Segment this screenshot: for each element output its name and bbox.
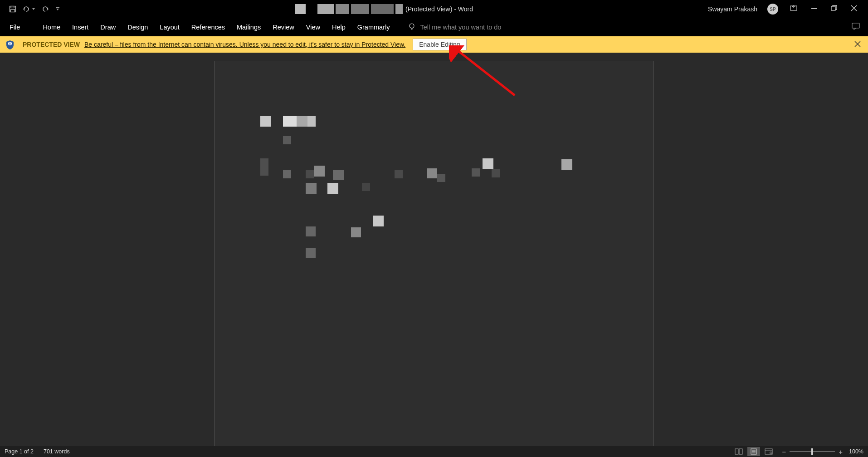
zoom-out-icon[interactable]: − (782, 448, 786, 456)
redo-icon[interactable] (42, 6, 49, 12)
save-icon[interactable] (9, 5, 16, 13)
tab-review[interactable]: Review (267, 18, 300, 36)
shield-icon (5, 40, 15, 49)
title-bar: (Protected View) - Word Swayam Prakash S… (0, 0, 868, 18)
page-indicator[interactable]: Page 1 of 2 (5, 448, 34, 455)
enable-editing-button[interactable]: Enable Editing (413, 39, 466, 50)
svg-point-11 (10, 44, 10, 45)
undo-icon[interactable] (23, 6, 35, 12)
tab-mailings[interactable]: Mailings (231, 18, 267, 36)
svg-rect-6 (831, 6, 835, 10)
document-page (215, 61, 653, 446)
avatar[interactable]: SP (767, 4, 778, 15)
qat-customize-icon[interactable] (55, 7, 60, 11)
maximize-icon[interactable] (829, 3, 839, 15)
svg-rect-2 (11, 10, 15, 12)
window-title: (Protected View) - Word (60, 4, 708, 14)
zoom-level[interactable]: 100% (849, 448, 863, 455)
tab-layout[interactable]: Layout (154, 18, 185, 36)
svg-point-7 (410, 24, 414, 28)
document-canvas[interactable] (0, 53, 868, 446)
tell-me-search[interactable]: Tell me what you want to do (408, 22, 864, 33)
quick-access-toolbar (9, 5, 60, 13)
tab-references[interactable]: References (185, 18, 231, 36)
zoom-thumb[interactable] (811, 448, 813, 455)
print-layout-icon[interactable] (747, 447, 760, 456)
tab-help[interactable]: Help (326, 18, 351, 36)
protected-view-banner: PROTECTED VIEW Be careful – files from t… (0, 36, 868, 53)
zoom-in-icon[interactable]: + (839, 448, 843, 456)
read-mode-icon[interactable] (732, 447, 746, 456)
protected-view-message[interactable]: Be careful – files from the Internet can… (84, 41, 405, 48)
ribbon-tabs: File Home Insert Draw Design Layout Refe… (0, 18, 868, 36)
ribbon-display-options-icon[interactable] (788, 3, 799, 15)
close-icon[interactable] (849, 3, 859, 15)
title-bar-right: Swayam Prakash SP (708, 3, 859, 15)
zoom-slider[interactable]: − + (782, 448, 843, 456)
svg-rect-14 (739, 449, 742, 454)
protected-view-label: PROTECTED VIEW (23, 41, 80, 48)
tab-design[interactable]: Design (122, 18, 154, 36)
svg-rect-10 (10, 43, 10, 44)
tell-me-placeholder: Tell me what you want to do (420, 24, 501, 31)
svg-rect-19 (765, 449, 772, 454)
close-banner-icon[interactable] (854, 40, 861, 49)
minimize-icon[interactable] (809, 3, 819, 15)
title-suffix: (Protected View) - Word (405, 5, 473, 13)
zoom-track[interactable] (790, 451, 835, 452)
web-layout-icon[interactable] (762, 447, 775, 456)
tab-home[interactable]: Home (37, 18, 66, 36)
comments-icon[interactable] (852, 23, 860, 32)
svg-rect-1 (11, 6, 14, 8)
svg-rect-8 (852, 23, 859, 28)
tab-file[interactable]: File (4, 18, 26, 36)
tab-draw[interactable]: Draw (94, 18, 122, 36)
tab-view[interactable]: View (300, 18, 326, 36)
svg-rect-13 (735, 449, 738, 454)
word-count[interactable]: 701 words (44, 448, 70, 455)
status-bar: Page 1 of 2 701 words − + 100% (0, 446, 868, 457)
svg-point-21 (770, 452, 772, 454)
lightbulb-icon (408, 22, 415, 33)
svg-rect-3 (56, 7, 59, 8)
user-name: Swayam Prakash (708, 5, 757, 13)
svg-rect-5 (811, 8, 817, 9)
tab-grammarly[interactable]: Grammarly (351, 18, 396, 36)
tab-insert[interactable]: Insert (66, 18, 94, 36)
